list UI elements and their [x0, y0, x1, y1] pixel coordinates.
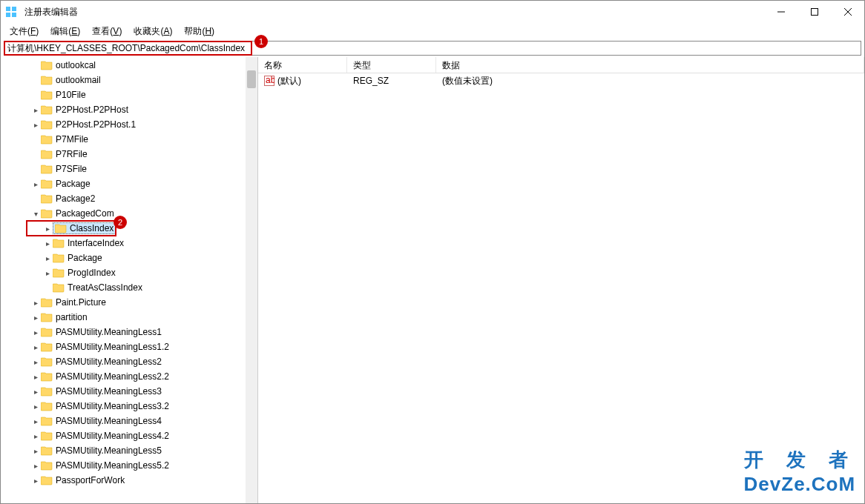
window-title: 注册表编辑器	[22, 6, 78, 19]
tree-item[interactable]: ▸PASMUtility.MeaningLess5	[1, 443, 257, 458]
tree-item[interactable]: ▾PackagedCom	[1, 206, 257, 221]
tree-item-label: PASMUtility.MeaningLess5	[56, 445, 162, 456]
chevron-right-icon[interactable]: ▸	[42, 225, 53, 233]
menu-edit[interactable]: 编辑(E)	[45, 24, 86, 39]
tree-item-label: Package	[56, 179, 91, 189]
tree-item[interactable]: ▸TreatAsClassIndex	[1, 280, 257, 295]
tree-item-label: P7MFile	[56, 134, 88, 145]
chevron-right-icon[interactable]: ▸	[30, 462, 41, 470]
tree-item[interactable]: ▸P7SFile	[1, 162, 257, 176]
tree-item[interactable]: ▸Paint.Picture	[1, 295, 257, 310]
tree-item[interactable]: ▸PASMUtility.MeaningLess2.2	[1, 369, 257, 384]
tree-scrollbar-thumb[interactable]	[247, 70, 256, 88]
menu-bar: 文件(F) 编辑(E) 查看(V) 收藏夹(A) 帮助(H)	[1, 23, 864, 39]
tree-item-label: PASMUtility.MeaningLess4.2	[56, 431, 169, 441]
tree-item[interactable]: ▸PASMUtility.MeaningLess3	[1, 384, 257, 399]
tree-item-label: PackagedCom	[56, 208, 114, 219]
chevron-right-icon[interactable]: ▸	[30, 417, 41, 425]
tree-item-label: Paint.Picture	[56, 297, 106, 308]
tree-item[interactable]: ▸P7MFile	[1, 132, 257, 147]
values-pane: 名称 类型 数据 ab(默认)REG_SZ(数值未设置)	[258, 57, 864, 503]
tree-pane[interactable]: ▸outlookcal▸outlookmail▸P10File▸P2PHost.…	[1, 57, 258, 503]
tree-item-label: P2PHost.P2PHost.1	[56, 119, 136, 130]
tree-item[interactable]: ▸Package	[1, 176, 257, 191]
tree-item[interactable]: ▸partition	[1, 310, 257, 325]
chevron-right-icon[interactable]: ▸	[30, 299, 41, 307]
tree-item[interactable]: ▸PASMUtility.MeaningLess4.2	[1, 428, 257, 443]
tree-item-label: P10File	[56, 90, 86, 100]
app-icon	[5, 6, 17, 18]
value-row[interactable]: ab(默认)REG_SZ(数值未设置)	[258, 73, 864, 88]
chevron-right-icon[interactable]: ▸	[30, 358, 41, 366]
value-type: REG_SZ	[347, 76, 436, 86]
address-bar[interactable]	[4, 41, 861, 56]
tree-item-label: Package	[68, 253, 102, 263]
title-bar: 注册表编辑器	[1, 1, 864, 23]
tree-item-label: PASMUtility.MeaningLess1	[56, 327, 162, 337]
tree-item[interactable]: ▸P10File	[1, 87, 257, 102]
chevron-right-icon[interactable]: ▸	[42, 269, 53, 277]
svg-text:ab: ab	[266, 76, 274, 85]
svg-rect-1	[12, 7, 16, 11]
chevron-right-icon[interactable]: ▸	[30, 447, 41, 455]
tree-item[interactable]: ▸ClassIndex	[1, 221, 257, 236]
chevron-right-icon[interactable]: ▸	[30, 180, 41, 188]
chevron-right-icon[interactable]: ▸	[30, 388, 41, 396]
chevron-right-icon[interactable]: ▸	[30, 477, 41, 485]
minimize-button[interactable]	[764, 1, 797, 23]
svg-rect-0	[6, 7, 10, 11]
tree-item-label: PASMUtility.MeaningLess1.2	[56, 342, 169, 352]
svg-rect-3	[12, 13, 16, 17]
menu-file[interactable]: 文件(F)	[4, 24, 45, 39]
chevron-right-icon[interactable]: ▸	[30, 328, 41, 336]
chevron-right-icon[interactable]: ▸	[30, 106, 41, 114]
menu-view[interactable]: 查看(V)	[86, 24, 128, 39]
values-header: 名称 类型 数据	[258, 57, 864, 73]
menu-help[interactable]: 帮助(H)	[178, 24, 220, 39]
column-name[interactable]: 名称	[258, 57, 347, 73]
tree-item[interactable]: ▸P7RFile	[1, 147, 257, 162]
tree-item-label: PassportForWork	[56, 475, 125, 485]
svg-rect-5	[811, 9, 818, 16]
tree-item-label: ClassIndex	[70, 223, 114, 233]
tree-item[interactable]: ▸outlookcal	[1, 58, 257, 73]
close-button[interactable]	[831, 1, 864, 23]
tree-item[interactable]: ▸PASMUtility.MeaningLess5.2	[1, 458, 257, 473]
chevron-right-icon[interactable]: ▸	[42, 254, 53, 262]
tree-item-label: P7SFile	[56, 164, 87, 174]
chevron-down-icon[interactable]: ▾	[30, 210, 41, 218]
chevron-right-icon[interactable]: ▸	[30, 373, 41, 381]
tree-item[interactable]: ▸PASMUtility.MeaningLess3.2	[1, 399, 257, 414]
tree-item[interactable]: ▸PASMUtility.MeaningLess2	[1, 354, 257, 369]
value-name: ab(默认)	[258, 75, 347, 87]
maximize-button[interactable]	[797, 1, 831, 23]
tree-item-label: TreatAsClassIndex	[68, 282, 142, 293]
tree-item[interactable]: ▸Package	[1, 251, 257, 265]
tree-item[interactable]: ▸InterfaceIndex	[1, 236, 257, 251]
tree-item[interactable]: ▸outlookmail	[1, 73, 257, 87]
chevron-right-icon[interactable]: ▸	[30, 343, 41, 351]
tree-item[interactable]: ▸PASMUtility.MeaningLess1.2	[1, 339, 257, 354]
column-data[interactable]: 数据	[436, 57, 864, 73]
tree-item[interactable]: ▸PASMUtility.MeaningLess1	[1, 325, 257, 339]
chevron-right-icon[interactable]: ▸	[30, 121, 41, 129]
column-type[interactable]: 类型	[347, 57, 436, 73]
chevron-right-icon[interactable]: ▸	[42, 239, 53, 248]
tree-item[interactable]: ▸P2PHost.P2PHost	[1, 102, 257, 117]
tree-item-label: Package2	[56, 193, 95, 204]
tree-item[interactable]: ▸P2PHost.P2PHost.1	[1, 117, 257, 132]
tree-item[interactable]: ▸PassportForWork	[1, 473, 257, 488]
tree-scrollbar[interactable]	[246, 57, 257, 503]
chevron-right-icon[interactable]: ▸	[30, 432, 41, 440]
tree-item-label: outlookcal	[56, 60, 96, 70]
menu-favorites[interactable]: 收藏夹(A)	[128, 24, 178, 39]
tree-item-label: partition	[56, 312, 88, 322]
tree-item[interactable]: ▸Package2	[1, 191, 257, 206]
tree-item-label: ProgIdIndex	[68, 268, 116, 278]
tree-item[interactable]: ▸ProgIdIndex	[1, 265, 257, 280]
tree-item[interactable]: ▸PASMUtility.MeaningLess4	[1, 414, 257, 428]
chevron-right-icon[interactable]: ▸	[30, 314, 41, 322]
tree-item-label: P2PHost.P2PHost	[56, 105, 128, 115]
tree-item-label: P7RFile	[56, 149, 88, 159]
chevron-right-icon[interactable]: ▸	[30, 402, 41, 411]
